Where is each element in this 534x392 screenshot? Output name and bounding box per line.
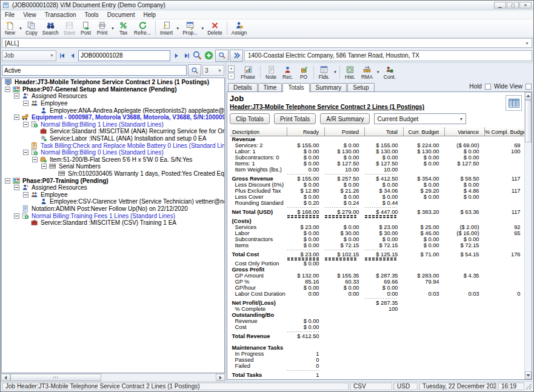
grid-view-button[interactable] [506, 95, 522, 111]
scroll-down-arrow[interactable] [525, 371, 532, 379]
column-header-posted[interactable]: Posted [325, 128, 365, 136]
toolbar-button-refre[interactable]: Refre... [132, 19, 153, 37]
column-header-variance[interactable]: Variance [445, 128, 485, 136]
toolbar-button-assign[interactable]: Assign [229, 19, 250, 37]
toolbar-button-search[interactable]: Search [40, 19, 61, 37]
chevron-down-icon[interactable]: ▼ [18, 27, 23, 30]
tree-expander[interactable] [40, 164, 48, 169]
column-header-total[interactable]: Total [365, 128, 404, 136]
tree-item[interactable]: Normal Billing:Billing 1 Lines (Standard… [2, 121, 224, 128]
tree-item[interactable]: Task Billing:Check and Replace Mobile Ba… [2, 142, 224, 149]
chevron-down-icon[interactable]: ▼ [110, 27, 115, 30]
tree-expander[interactable] [22, 101, 30, 106]
chevron-down-icon[interactable]: ▼ [175, 27, 180, 30]
tree-item[interactable]: Employee:CSV-Clarence Vettner (Service T… [2, 198, 224, 205]
tree-item[interactable]: Employee:ANA-Andrea Applegate (Reception… [2, 107, 224, 114]
budget-dropdown[interactable]: Current Budget ▼ [374, 113, 466, 124]
tree-item[interactable]: Service:Standard :MISCITEM (CSV) Trainin… [2, 219, 224, 227]
tree-item[interactable]: Phase:P07-General Setup and Maintenance … [2, 86, 224, 93]
tree-expander[interactable] [22, 150, 30, 155]
tree-item[interactable]: Header:JT3-Mobile Telephone Service Cont… [2, 79, 224, 86]
tree-expander[interactable] [13, 213, 21, 219]
menu-tools[interactable]: Tools [81, 10, 103, 19]
detail-button-po[interactable]: PO [296, 65, 312, 80]
clip-totals-button[interactable]: Clip Totals [230, 113, 270, 124]
tree-filter-input[interactable] [2, 65, 187, 76]
doc-type-dropdown[interactable]: Job ▼ [2, 50, 56, 61]
tree-item[interactable]: Employee [2, 191, 224, 199]
expand-all-button[interactable]: + [228, 65, 235, 72]
ar-summary-button[interactable]: A/R Summary [320, 113, 370, 124]
tree-item[interactable]: Notation:ADMIN Post:Never Follow Up(No) … [2, 205, 224, 213]
add-record-icon[interactable] [204, 50, 214, 61]
tree-item[interactable]: Service:Standard :MISCITEM (ANA) Recurri… [2, 128, 224, 135]
resize-grip[interactable] [526, 384, 532, 390]
tree-expander[interactable] [22, 192, 30, 198]
toolbar-button-prop[interactable]: Prop... [180, 19, 200, 37]
tree-search-button[interactable] [188, 64, 201, 76]
detail-button-rma[interactable]: RMA [358, 65, 376, 80]
expand-header-button[interactable] [230, 50, 243, 62]
tree-expander[interactable] [22, 122, 30, 127]
content-vertical-scrollbar[interactable] [524, 92, 532, 379]
detail-button-phase[interactable]: Phase [238, 65, 258, 80]
next-record-button[interactable] [172, 51, 181, 61]
toolbar-button-print[interactable]: Print [94, 19, 110, 37]
wide-view-checkbox[interactable] [526, 84, 532, 90]
document-number-input[interactable] [78, 50, 170, 61]
first-record-button[interactable] [58, 51, 67, 61]
tab-summary[interactable]: Summary [310, 83, 347, 91]
tree-item[interactable]: Serial Numbers [2, 163, 224, 170]
tree-item[interactable]: Assigned Resources [2, 93, 224, 100]
tree-horizontal-scrollbar[interactable] [1, 373, 225, 381]
detail-button-flds[interactable]: Flds. [316, 65, 333, 80]
chevron-down-icon[interactable]: ▼ [200, 27, 205, 30]
chevron-down-icon[interactable]: ▼ [333, 70, 338, 74]
tree-item[interactable]: Equipment - 0000987, Motorola V3688, Mot… [2, 114, 224, 121]
toolbar-button-tax[interactable]: Tax [115, 19, 132, 37]
tree-expander[interactable] [13, 185, 21, 190]
hold-checkbox[interactable] [485, 84, 491, 90]
menu-document[interactable]: Document [103, 10, 139, 19]
scrollbar-thumb[interactable] [525, 100, 532, 142]
detail-button-cont[interactable]: Cont. [381, 65, 399, 80]
tab-totals[interactable]: Totals [282, 83, 309, 92]
collapse-all-button[interactable]: − [228, 73, 235, 79]
toolbar-button-insert[interactable]: Insert [158, 19, 175, 37]
tree-item[interactable]: Normal Billing:Billing 0 Lines (Standard… [2, 149, 224, 156]
tree-item[interactable]: Phase:P07-Training (Pending) [2, 177, 224, 184]
window-close-button[interactable]: ✕ [519, 2, 532, 8]
scroll-right-arrow[interactable] [216, 374, 225, 381]
detail-button-note[interactable]: Note [262, 65, 279, 80]
page-size-dropdown[interactable]: 3 ▼ [202, 65, 224, 76]
tree-item[interactable]: S/n:0102030405 Warranty 1 days, Posted:Y… [2, 170, 224, 178]
toolbar-button-copy[interactable]: Copy [23, 19, 40, 37]
scroll-up-arrow[interactable] [525, 92, 532, 100]
tree-item[interactable]: Service:Labor :INSTALL (ANA) Installatio… [2, 135, 224, 142]
tree-expander[interactable] [4, 87, 12, 92]
detail-button-hist[interactable]: Hist. [342, 65, 358, 80]
previous-record-button[interactable] [68, 51, 77, 61]
tab-details[interactable]: Details [228, 83, 258, 91]
toolbar-button-post[interactable]: Post [78, 19, 94, 37]
scrollbar-thumb[interactable] [10, 374, 101, 381]
tree-expander[interactable] [13, 93, 21, 99]
chevron-down-icon[interactable]: ▼ [376, 70, 381, 74]
column-header-description[interactable]: Description [230, 128, 287, 136]
tree-expander[interactable] [13, 115, 21, 120]
menu-transaction[interactable]: Transaction [41, 10, 81, 19]
menu-help[interactable]: Help [139, 10, 160, 19]
last-record-button[interactable] [182, 51, 191, 61]
window-minimize-button[interactable]: ▁ [494, 2, 506, 8]
tree-item[interactable]: Normal Billing:Training Fees 1 Lines (St… [2, 212, 224, 219]
tree-item[interactable]: Item:51-200/B-Flat Screen 5'6 H x 5'W 0 … [2, 156, 224, 164]
window-maximize-button[interactable]: ▢ [507, 2, 519, 8]
search-icon[interactable] [192, 50, 202, 61]
column-header-complbudget[interactable]: % Compl. Budget [485, 128, 525, 136]
tree-item[interactable]: Employee [2, 100, 224, 107]
tree-expander[interactable] [31, 157, 39, 162]
tree-expander[interactable] [4, 178, 12, 184]
scroll-left-arrow[interactable] [1, 374, 10, 381]
tree-item[interactable]: Assigned Resources [2, 184, 224, 191]
menu-view[interactable]: View [19, 10, 41, 19]
